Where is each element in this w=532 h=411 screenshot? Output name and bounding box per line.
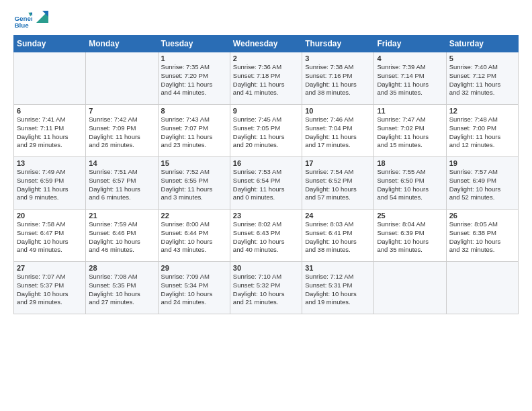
cell-content: Sunrise: 7:40 AM Sunset: 7:12 PM Dayligh… <box>449 63 515 97</box>
day-number: 7 <box>89 107 154 115</box>
day-number: 11 <box>377 107 443 115</box>
cell-content: Sunrise: 7:41 AM Sunset: 7:11 PM Dayligh… <box>17 116 83 150</box>
cell-content: Sunrise: 7:46 AM Sunset: 7:04 PM Dayligh… <box>305 116 371 150</box>
calendar-cell: 23Sunrise: 8:02 AM Sunset: 6:43 PM Dayli… <box>230 210 302 262</box>
day-number: 10 <box>305 107 371 115</box>
day-number: 1 <box>161 54 227 62</box>
week-row-3: 13Sunrise: 7:49 AM Sunset: 6:59 PM Dayli… <box>14 157 519 210</box>
calendar-cell: 18Sunrise: 7:55 AM Sunset: 6:50 PM Dayli… <box>374 157 446 210</box>
calendar-cell: 22Sunrise: 8:00 AM Sunset: 6:44 PM Dayli… <box>158 210 230 262</box>
day-number: 19 <box>449 159 515 167</box>
calendar-cell: 15Sunrise: 7:52 AM Sunset: 6:55 PM Dayli… <box>158 157 230 210</box>
day-number: 14 <box>89 159 154 167</box>
calendar-cell: 4Sunrise: 7:39 AM Sunset: 7:14 PM Daylig… <box>374 52 446 105</box>
day-number: 24 <box>305 212 371 220</box>
cell-content: Sunrise: 7:58 AM Sunset: 6:47 PM Dayligh… <box>17 220 83 255</box>
calendar-cell: 13Sunrise: 7:49 AM Sunset: 6:59 PM Dayli… <box>14 157 86 210</box>
calendar-cell: 5Sunrise: 7:40 AM Sunset: 7:12 PM Daylig… <box>446 52 518 105</box>
day-number: 27 <box>17 264 83 272</box>
day-number: 8 <box>161 107 227 115</box>
day-number: 16 <box>233 159 299 167</box>
day-number: 23 <box>233 212 299 220</box>
cell-content: Sunrise: 7:49 AM Sunset: 6:59 PM Dayligh… <box>17 168 83 202</box>
cell-content: Sunrise: 7:51 AM Sunset: 6:57 PM Dayligh… <box>89 168 154 202</box>
day-number: 25 <box>377 212 443 220</box>
cell-content: Sunrise: 7:47 AM Sunset: 7:02 PM Dayligh… <box>377 116 443 150</box>
cell-content: Sunrise: 7:43 AM Sunset: 7:07 PM Dayligh… <box>161 116 227 150</box>
week-row-4: 20Sunrise: 7:58 AM Sunset: 6:47 PM Dayli… <box>14 210 519 262</box>
cell-content: Sunrise: 7:52 AM Sunset: 6:55 PM Dayligh… <box>161 168 227 202</box>
cell-content: Sunrise: 7:07 AM Sunset: 5:37 PM Dayligh… <box>17 273 83 307</box>
day-number: 6 <box>17 107 83 115</box>
day-number: 4 <box>377 54 443 62</box>
cell-content: Sunrise: 7:55 AM Sunset: 6:50 PM Dayligh… <box>377 168 443 202</box>
calendar-cell: 1Sunrise: 7:35 AM Sunset: 7:20 PM Daylig… <box>158 52 230 105</box>
cell-content: Sunrise: 7:45 AM Sunset: 7:05 PM Dayligh… <box>233 116 299 150</box>
day-number: 30 <box>233 264 299 272</box>
day-number: 18 <box>377 159 443 167</box>
week-row-2: 6Sunrise: 7:41 AM Sunset: 7:11 PM Daylig… <box>14 105 519 157</box>
header-row: SundayMondayTuesdayWednesdayThursdayFrid… <box>14 36 519 52</box>
calendar-table: SundayMondayTuesdayWednesdayThursdayFrid… <box>13 35 519 314</box>
calendar-cell <box>374 262 446 314</box>
calendar-cell: 27Sunrise: 7:07 AM Sunset: 5:37 PM Dayli… <box>14 262 86 314</box>
logo-triangle <box>36 11 48 23</box>
cell-content: Sunrise: 8:05 AM Sunset: 6:38 PM Dayligh… <box>449 220 515 255</box>
calendar-cell: 14Sunrise: 7:51 AM Sunset: 6:57 PM Dayli… <box>86 157 158 210</box>
day-number: 22 <box>161 212 227 220</box>
cell-content: Sunrise: 7:09 AM Sunset: 5:34 PM Dayligh… <box>161 273 227 307</box>
day-number: 28 <box>89 264 154 272</box>
calendar-cell <box>86 52 158 105</box>
day-number: 31 <box>305 264 371 272</box>
cell-content: Sunrise: 7:39 AM Sunset: 7:14 PM Dayligh… <box>377 63 443 97</box>
calendar-cell: 21Sunrise: 7:59 AM Sunset: 6:46 PM Dayli… <box>86 210 158 262</box>
cell-content: Sunrise: 7:53 AM Sunset: 6:54 PM Dayligh… <box>233 168 299 202</box>
calendar-cell: 30Sunrise: 7:10 AM Sunset: 5:32 PM Dayli… <box>230 262 302 314</box>
page: General Blue SundayMondayTuesdayW <box>0 0 532 411</box>
day-header-thursday: Thursday <box>302 36 374 52</box>
day-number: 29 <box>161 264 227 272</box>
cell-content: Sunrise: 7:42 AM Sunset: 7:09 PM Dayligh… <box>89 116 154 150</box>
calendar-cell: 8Sunrise: 7:43 AM Sunset: 7:07 PM Daylig… <box>158 105 230 157</box>
day-number: 17 <box>305 159 371 167</box>
calendar-cell: 10Sunrise: 7:46 AM Sunset: 7:04 PM Dayli… <box>302 105 374 157</box>
calendar-cell: 26Sunrise: 8:05 AM Sunset: 6:38 PM Dayli… <box>446 210 518 262</box>
day-header-tuesday: Tuesday <box>158 36 230 52</box>
day-number: 26 <box>449 212 515 220</box>
calendar-cell: 11Sunrise: 7:47 AM Sunset: 7:02 PM Dayli… <box>374 105 446 157</box>
day-header-sunday: Sunday <box>14 36 86 52</box>
day-number: 20 <box>17 212 83 220</box>
cell-content: Sunrise: 7:36 AM Sunset: 7:18 PM Dayligh… <box>233 63 299 97</box>
calendar-cell: 16Sunrise: 7:53 AM Sunset: 6:54 PM Dayli… <box>230 157 302 210</box>
day-number: 21 <box>89 212 154 220</box>
cell-content: Sunrise: 7:12 AM Sunset: 5:31 PM Dayligh… <box>305 273 371 307</box>
calendar-cell: 6Sunrise: 7:41 AM Sunset: 7:11 PM Daylig… <box>14 105 86 157</box>
day-number: 5 <box>449 54 515 62</box>
cell-content: Sunrise: 8:02 AM Sunset: 6:43 PM Dayligh… <box>233 220 299 255</box>
cell-content: Sunrise: 8:00 AM Sunset: 6:44 PM Dayligh… <box>161 220 227 255</box>
cell-content: Sunrise: 7:57 AM Sunset: 6:49 PM Dayligh… <box>449 168 515 202</box>
calendar-cell: 7Sunrise: 7:42 AM Sunset: 7:09 PM Daylig… <box>86 105 158 157</box>
calendar-cell: 28Sunrise: 7:08 AM Sunset: 5:35 PM Dayli… <box>86 262 158 314</box>
day-header-saturday: Saturday <box>446 36 518 52</box>
logo: General Blue <box>13 11 48 30</box>
calendar-cell <box>446 262 518 314</box>
day-number: 2 <box>233 54 299 62</box>
calendar-cell: 29Sunrise: 7:09 AM Sunset: 5:34 PM Dayli… <box>158 262 230 314</box>
calendar-cell: 3Sunrise: 7:38 AM Sunset: 7:16 PM Daylig… <box>302 52 374 105</box>
day-number: 9 <box>233 107 299 115</box>
calendar-cell: 9Sunrise: 7:45 AM Sunset: 7:05 PM Daylig… <box>230 105 302 157</box>
calendar-cell: 17Sunrise: 7:54 AM Sunset: 6:52 PM Dayli… <box>302 157 374 210</box>
cell-content: Sunrise: 7:35 AM Sunset: 7:20 PM Dayligh… <box>161 63 227 97</box>
day-number: 12 <box>449 107 515 115</box>
calendar-cell <box>14 52 86 105</box>
cell-content: Sunrise: 8:04 AM Sunset: 6:39 PM Dayligh… <box>377 220 443 255</box>
cell-content: Sunrise: 7:08 AM Sunset: 5:35 PM Dayligh… <box>89 273 154 307</box>
calendar-cell: 2Sunrise: 7:36 AM Sunset: 7:18 PM Daylig… <box>230 52 302 105</box>
day-number: 3 <box>305 54 371 62</box>
calendar-cell: 20Sunrise: 7:58 AM Sunset: 6:47 PM Dayli… <box>14 210 86 262</box>
week-row-1: 1Sunrise: 7:35 AM Sunset: 7:20 PM Daylig… <box>14 52 519 105</box>
header: General Blue <box>13 11 519 30</box>
day-number: 15 <box>161 159 227 167</box>
day-number: 13 <box>17 159 83 167</box>
